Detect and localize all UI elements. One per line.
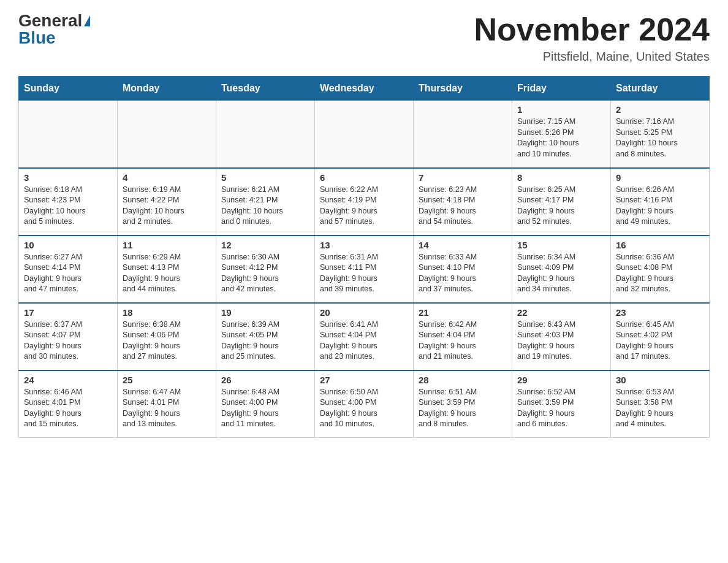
weekday-header-wednesday: Wednesday <box>315 77 414 101</box>
day-info: Sunrise: 6:27 AM Sunset: 4:14 PM Dayligh… <box>24 252 112 295</box>
calendar-cell: 29Sunrise: 6:52 AM Sunset: 3:59 PM Dayli… <box>512 370 611 438</box>
day-info: Sunrise: 6:53 AM Sunset: 3:58 PM Dayligh… <box>616 387 704 430</box>
day-number: 7 <box>419 172 507 183</box>
calendar-cell: 25Sunrise: 6:47 AM Sunset: 4:01 PM Dayli… <box>118 370 216 438</box>
day-number: 16 <box>616 240 704 250</box>
calendar-cell: 15Sunrise: 6:34 AM Sunset: 4:09 PM Dayli… <box>512 236 611 303</box>
day-number: 17 <box>24 307 112 318</box>
weekday-header-saturday: Saturday <box>611 77 710 101</box>
calendar-cell: 21Sunrise: 6:42 AM Sunset: 4:04 PM Dayli… <box>414 303 512 370</box>
calendar-cell: 18Sunrise: 6:38 AM Sunset: 4:06 PM Dayli… <box>118 303 216 370</box>
calendar-cell: 3Sunrise: 6:18 AM Sunset: 4:23 PM Daylig… <box>19 168 118 236</box>
day-number: 15 <box>517 240 605 250</box>
calendar-cell: 11Sunrise: 6:29 AM Sunset: 4:13 PM Dayli… <box>118 236 216 303</box>
calendar-cell: 17Sunrise: 6:37 AM Sunset: 4:07 PM Dayli… <box>19 303 118 370</box>
month-title: November 2024 <box>474 12 710 47</box>
day-number: 8 <box>517 172 605 183</box>
day-info: Sunrise: 7:16 AM Sunset: 5:25 PM Dayligh… <box>616 117 704 159</box>
calendar-cell <box>315 101 414 168</box>
weekday-header-sunday: Sunday <box>19 77 118 101</box>
calendar-cell: 16Sunrise: 6:36 AM Sunset: 4:08 PM Dayli… <box>611 236 710 303</box>
title-section: November 2024 Pittsfield, Maine, United … <box>474 12 710 64</box>
day-info: Sunrise: 6:30 AM Sunset: 4:12 PM Dayligh… <box>221 252 309 295</box>
calendar-cell: 4Sunrise: 6:19 AM Sunset: 4:22 PM Daylig… <box>118 168 216 236</box>
calendar-cell: 28Sunrise: 6:51 AM Sunset: 3:59 PM Dayli… <box>414 370 512 438</box>
calendar-cell: 12Sunrise: 6:30 AM Sunset: 4:12 PM Dayli… <box>216 236 315 303</box>
calendar-cell: 24Sunrise: 6:46 AM Sunset: 4:01 PM Dayli… <box>19 370 118 438</box>
calendar-cell: 19Sunrise: 6:39 AM Sunset: 4:05 PM Dayli… <box>216 303 315 370</box>
day-number: 24 <box>24 375 112 385</box>
day-number: 9 <box>616 172 704 183</box>
day-number: 30 <box>616 375 704 385</box>
calendar-cell: 5Sunrise: 6:21 AM Sunset: 4:21 PM Daylig… <box>216 168 315 236</box>
day-info: Sunrise: 6:52 AM Sunset: 3:59 PM Dayligh… <box>517 387 605 430</box>
calendar-cell: 20Sunrise: 6:41 AM Sunset: 4:04 PM Dayli… <box>315 303 414 370</box>
day-number: 28 <box>419 375 507 385</box>
calendar-cell <box>216 101 315 168</box>
day-info: Sunrise: 6:25 AM Sunset: 4:17 PM Dayligh… <box>517 185 605 228</box>
day-number: 25 <box>123 375 211 385</box>
calendar-week-row: 24Sunrise: 6:46 AM Sunset: 4:01 PM Dayli… <box>19 370 710 438</box>
day-info: Sunrise: 6:21 AM Sunset: 4:21 PM Dayligh… <box>221 185 309 228</box>
day-number: 26 <box>221 375 309 385</box>
day-number: 4 <box>123 172 211 183</box>
page-header: General Blue November 2024 Pittsfield, M… <box>18 12 710 64</box>
calendar-cell: 13Sunrise: 6:31 AM Sunset: 4:11 PM Dayli… <box>315 236 414 303</box>
calendar-cell: 23Sunrise: 6:45 AM Sunset: 4:02 PM Dayli… <box>611 303 710 370</box>
calendar-cell: 14Sunrise: 6:33 AM Sunset: 4:10 PM Dayli… <box>414 236 512 303</box>
calendar-cell: 26Sunrise: 6:48 AM Sunset: 4:00 PM Dayli… <box>216 370 315 438</box>
day-number: 22 <box>517 307 605 318</box>
logo-blue-text: Blue <box>18 29 56 47</box>
calendar-cell: 22Sunrise: 6:43 AM Sunset: 4:03 PM Dayli… <box>512 303 611 370</box>
logo-general-text: General <box>18 12 82 29</box>
calendar-week-row: 17Sunrise: 6:37 AM Sunset: 4:07 PM Dayli… <box>19 303 710 370</box>
location-subtitle: Pittsfield, Maine, United States <box>474 50 710 64</box>
calendar-week-row: 10Sunrise: 6:27 AM Sunset: 4:14 PM Dayli… <box>19 236 710 303</box>
calendar-cell <box>414 101 512 168</box>
calendar-table: SundayMondayTuesdayWednesdayThursdayFrid… <box>18 76 710 438</box>
day-info: Sunrise: 6:29 AM Sunset: 4:13 PM Dayligh… <box>123 252 211 295</box>
day-number: 5 <box>221 172 309 183</box>
day-info: Sunrise: 6:37 AM Sunset: 4:07 PM Dayligh… <box>24 320 112 362</box>
calendar-cell: 10Sunrise: 6:27 AM Sunset: 4:14 PM Dayli… <box>19 236 118 303</box>
day-info: Sunrise: 6:50 AM Sunset: 4:00 PM Dayligh… <box>320 387 408 430</box>
day-info: Sunrise: 6:39 AM Sunset: 4:05 PM Dayligh… <box>221 320 309 362</box>
day-number: 27 <box>320 375 408 385</box>
day-number: 18 <box>123 307 211 318</box>
weekday-header-tuesday: Tuesday <box>216 77 315 101</box>
day-number: 20 <box>320 307 408 318</box>
day-number: 12 <box>221 240 309 250</box>
calendar-cell: 1Sunrise: 7:15 AM Sunset: 5:26 PM Daylig… <box>512 101 611 168</box>
day-info: Sunrise: 6:38 AM Sunset: 4:06 PM Dayligh… <box>123 320 211 362</box>
day-info: Sunrise: 6:43 AM Sunset: 4:03 PM Dayligh… <box>517 320 605 362</box>
day-number: 6 <box>320 172 408 183</box>
day-info: Sunrise: 6:42 AM Sunset: 4:04 PM Dayligh… <box>419 320 507 362</box>
weekday-header-monday: Monday <box>118 77 216 101</box>
calendar-week-row: 3Sunrise: 6:18 AM Sunset: 4:23 PM Daylig… <box>19 168 710 236</box>
day-number: 29 <box>517 375 605 385</box>
day-info: Sunrise: 6:51 AM Sunset: 3:59 PM Dayligh… <box>419 387 507 430</box>
calendar-cell: 9Sunrise: 6:26 AM Sunset: 4:16 PM Daylig… <box>611 168 710 236</box>
day-info: Sunrise: 6:36 AM Sunset: 4:08 PM Dayligh… <box>616 252 704 295</box>
calendar-cell: 7Sunrise: 6:23 AM Sunset: 4:18 PM Daylig… <box>414 168 512 236</box>
day-number: 19 <box>221 307 309 318</box>
day-number: 14 <box>419 240 507 250</box>
day-info: Sunrise: 6:48 AM Sunset: 4:00 PM Dayligh… <box>221 387 309 430</box>
weekday-header-friday: Friday <box>512 77 611 101</box>
day-info: Sunrise: 6:31 AM Sunset: 4:11 PM Dayligh… <box>320 252 408 295</box>
calendar-cell: 30Sunrise: 6:53 AM Sunset: 3:58 PM Dayli… <box>611 370 710 438</box>
day-info: Sunrise: 6:45 AM Sunset: 4:02 PM Dayligh… <box>616 320 704 362</box>
day-info: Sunrise: 6:34 AM Sunset: 4:09 PM Dayligh… <box>517 252 605 295</box>
calendar-cell <box>19 101 118 168</box>
day-info: Sunrise: 6:22 AM Sunset: 4:19 PM Dayligh… <box>320 185 408 228</box>
weekday-header-thursday: Thursday <box>414 77 512 101</box>
day-info: Sunrise: 6:19 AM Sunset: 4:22 PM Dayligh… <box>123 185 211 228</box>
day-number: 2 <box>616 104 704 115</box>
day-info: Sunrise: 6:41 AM Sunset: 4:04 PM Dayligh… <box>320 320 408 362</box>
day-number: 10 <box>24 240 112 250</box>
weekday-header-row: SundayMondayTuesdayWednesdayThursdayFrid… <box>19 77 710 101</box>
day-number: 21 <box>419 307 507 318</box>
day-number: 23 <box>616 307 704 318</box>
day-number: 11 <box>123 240 211 250</box>
day-number: 3 <box>24 172 112 183</box>
